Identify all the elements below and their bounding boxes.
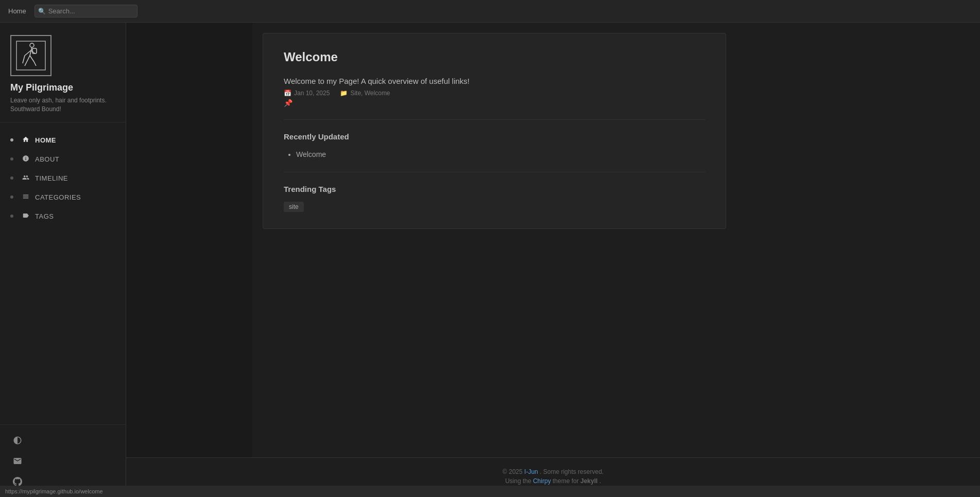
nav-dot-about: [10, 157, 13, 161]
pin-icon: 📌: [284, 99, 705, 107]
post-date: 📅 Jan 10, 2025: [284, 90, 330, 97]
sidebar-item-label-about: ABOUT: [35, 155, 59, 163]
sidebar-item-categories[interactable]: CATEGORIES: [0, 188, 126, 207]
svg-line-5: [27, 56, 30, 62]
footer-theme: Using the Chirpy theme for Jekyll .: [136, 477, 970, 485]
trending-tags-list: site: [284, 202, 705, 212]
site-brand: My Pilgrimage Leave only ash, hair and f…: [0, 23, 126, 122]
svg-line-8: [34, 62, 36, 66]
recently-updated-title: Recently Updated: [284, 132, 705, 141]
site-title: My Pilgrimage: [10, 82, 115, 93]
nav-dot-home: [10, 138, 13, 141]
sidebar-item-tags[interactable]: TAGS: [0, 207, 126, 226]
layout: My Pilgrimage Leave only ash, hair and f…: [0, 23, 980, 497]
post-title[interactable]: Welcome to my Page! A quick overview of …: [284, 77, 705, 85]
page-title: Welcome: [284, 50, 705, 64]
trending-tags-section: Trending Tags site: [284, 185, 705, 212]
footer-copyright: © 2025 I-Jun . Some rights reserved.: [136, 468, 970, 475]
recently-updated-list: Welcome: [284, 149, 705, 159]
content-area: Welcome Welcome to my Page! A quick over…: [126, 23, 980, 497]
breadcrumb: Home: [8, 7, 26, 15]
svg-point-0: [30, 43, 34, 47]
sidebar-item-label-categories: CATEGORIES: [35, 193, 81, 201]
topbar: Home 🔍: [0, 0, 980, 23]
github-icon: [13, 477, 22, 486]
section-divider-1: [284, 119, 705, 120]
email-button[interactable]: [10, 454, 25, 468]
post-item: Welcome to my Page! A quick overview of …: [284, 77, 705, 107]
categories-icon: [22, 193, 30, 202]
sidebar-item-label-tags: TAGS: [35, 212, 54, 220]
trending-tags-title: Trending Tags: [284, 185, 705, 193]
content-card: Welcome Welcome to my Page! A quick over…: [263, 33, 726, 229]
sidebar: My Pilgrimage Leave only ash, hair and f…: [0, 23, 126, 497]
calendar-icon: 📅: [284, 90, 291, 97]
list-item[interactable]: Welcome: [296, 149, 705, 159]
nav-dot-categories: [10, 196, 13, 199]
circle-half-icon: [13, 436, 22, 445]
nav: HOME ABOUT TIMELINE: [0, 122, 126, 424]
svg-line-7: [30, 56, 34, 62]
footer-theme-link[interactable]: Chirpy: [533, 477, 551, 485]
sidebar-item-label-timeline: TIMELINE: [35, 174, 68, 182]
sidebar-item-about[interactable]: ABOUT: [0, 150, 126, 169]
nav-dot-tags: [10, 215, 13, 218]
folder-icon: 📁: [340, 90, 348, 97]
post-meta: 📅 Jan 10, 2025 📁 Site, Welcome: [284, 90, 705, 97]
theme-toggle-button[interactable]: [10, 433, 25, 448]
timeline-icon: [22, 174, 30, 183]
hiking-icon: [15, 40, 46, 71]
mail-icon: [13, 456, 22, 466]
search-input[interactable]: [35, 5, 137, 17]
svg-rect-10: [16, 41, 45, 70]
post-categories: 📁 Site, Welcome: [340, 90, 390, 97]
site-subtitle: Leave only ash, hair and footprints. Sou…: [10, 96, 115, 114]
tag-icon: [22, 212, 30, 221]
main-content: Welcome Welcome to my Page! A quick over…: [252, 23, 980, 457]
home-icon: [22, 136, 30, 145]
site-logo: [10, 35, 51, 76]
sidebar-item-timeline[interactable]: TIMELINE: [0, 169, 126, 188]
search-container: 🔍: [35, 5, 137, 17]
svg-line-3: [23, 56, 25, 63]
recently-updated-section: Recently Updated Welcome: [284, 132, 705, 159]
section-divider-2: [284, 172, 705, 172]
svg-line-6: [25, 62, 27, 66]
footer-author-link[interactable]: I-Jun: [524, 468, 538, 475]
sidebar-item-label-home: HOME: [35, 136, 56, 144]
tag-site[interactable]: site: [284, 202, 304, 212]
statusbar-url: https://mypilgrimage.github.io/welcome: [5, 488, 103, 494]
statusbar: https://mypilgrimage.github.io/welcome: [0, 486, 980, 497]
sidebar-item-home[interactable]: HOME: [0, 131, 126, 150]
info-icon: [22, 155, 30, 164]
nav-dot-timeline: [10, 176, 13, 180]
search-icon: 🔍: [38, 8, 46, 15]
